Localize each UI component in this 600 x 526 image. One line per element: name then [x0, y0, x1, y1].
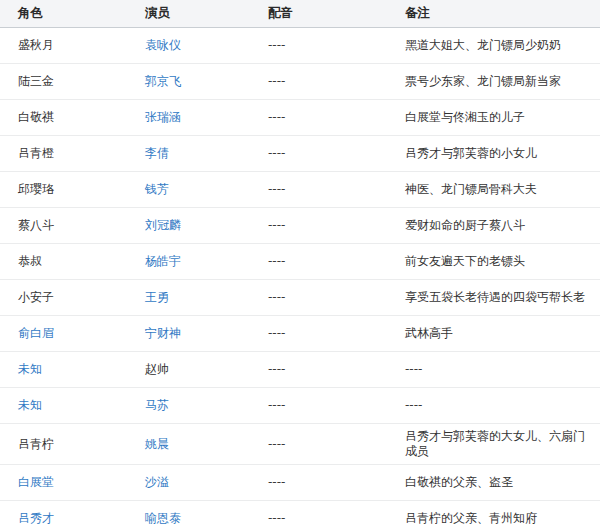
note-text: 前女友遍天下的老镖头 [405, 254, 525, 268]
voice-placeholder-cell: ---- [250, 172, 387, 208]
actor-link[interactable]: 李倩 [145, 146, 169, 160]
actor-link[interactable]: 宁财神 [145, 326, 181, 340]
cast-table: 角色 演员 配音 备注 盛秋月袁咏仪----黑道大姐大、龙门镖局少奶奶陆三金郭京… [0, 0, 600, 526]
actor-link[interactable]: 姚晨 [145, 437, 169, 451]
role-link-cell: 未知 [0, 352, 127, 388]
actor-link-cell: 喻恩泰 [127, 501, 250, 526]
actor-link-cell: 杨皓宇 [127, 244, 250, 280]
column-header-voice: 配音 [250, 0, 387, 28]
column-header-role: 角色 [0, 0, 127, 28]
note-text-cell: 白展堂与佟湘玉的儿子 [387, 100, 600, 136]
role-text-cell: 小安子 [0, 280, 127, 316]
voice-placeholder-cell: ---- [250, 316, 387, 352]
actor-link[interactable]: 杨皓宇 [145, 254, 181, 268]
actor-link[interactable]: 郭京飞 [145, 74, 181, 88]
voice-placeholder-cell: ---- [250, 388, 387, 424]
actor-link[interactable]: 刘冠麟 [145, 218, 181, 232]
note-placeholder-cell: ---- [387, 352, 600, 388]
note-text: 爱财如命的厨子蔡八斗 [405, 218, 525, 232]
voice-placeholder: ---- [268, 475, 285, 489]
voice-placeholder: ---- [268, 146, 285, 160]
role-link[interactable]: 吕秀才 [18, 511, 54, 525]
table-row: 吕秀才喻恩泰----吕青柠的父亲、青州知府 [0, 501, 600, 526]
actor-link[interactable]: 王勇 [145, 290, 169, 304]
table-row: 吕青橙李倩----吕秀才与郭芙蓉的小女儿 [0, 136, 600, 172]
actor-link[interactable]: 沙溢 [145, 475, 169, 489]
role-link-cell: 俞白眉 [0, 316, 127, 352]
voice-placeholder-cell: ---- [250, 100, 387, 136]
voice-placeholder: ---- [268, 511, 285, 525]
note-text-cell: 享受五袋长老待遇的四袋丐帮长老 [387, 280, 600, 316]
actor-link-cell: 姚晨 [127, 424, 250, 465]
table-row: 未知马苏-------- [0, 388, 600, 424]
role-text-cell: 吕青橙 [0, 136, 127, 172]
actor-link-cell: 袁咏仪 [127, 28, 250, 64]
actor-link[interactable]: 喻恩泰 [145, 511, 181, 525]
table-row: 盛秋月袁咏仪----黑道大姐大、龙门镖局少奶奶 [0, 28, 600, 64]
role-text: 白敬祺 [18, 110, 54, 124]
role-text-cell: 蔡八斗 [0, 208, 127, 244]
role-text: 吕青橙 [18, 146, 54, 160]
table-row: 邱璎珞钱芳----神医、龙门镖局骨科大夫 [0, 172, 600, 208]
role-text: 陆三金 [18, 74, 54, 88]
voice-placeholder-cell: ---- [250, 352, 387, 388]
note-text-cell: 吕秀才与郭芙蓉的小女儿 [387, 136, 600, 172]
table-row: 俞白眉宁财神----武林高手 [0, 316, 600, 352]
actor-link[interactable]: 张瑞涵 [145, 110, 181, 124]
note-placeholder-cell: ---- [387, 388, 600, 424]
role-text: 恭叔 [18, 254, 42, 268]
voice-placeholder-cell: ---- [250, 136, 387, 172]
table-row: 白展堂沙溢----白敬祺的父亲、盗圣 [0, 465, 600, 501]
role-link-cell: 未知 [0, 388, 127, 424]
note-text: 神医、龙门镖局骨科大夫 [405, 182, 537, 196]
voice-placeholder: ---- [268, 110, 285, 124]
actor-link[interactable]: 袁咏仪 [145, 38, 181, 52]
actor-link-cell: 张瑞涵 [127, 100, 250, 136]
role-link[interactable]: 未知 [18, 362, 42, 376]
actor-link-cell: 马苏 [127, 388, 250, 424]
voice-placeholder: ---- [268, 290, 285, 304]
actor-link[interactable]: 钱芳 [145, 182, 169, 196]
table-row: 白敬祺张瑞涵----白展堂与佟湘玉的儿子 [0, 100, 600, 136]
header-row: 角色 演员 配音 备注 [0, 0, 600, 28]
role-link[interactable]: 白展堂 [18, 475, 54, 489]
actor-link-cell: 王勇 [127, 280, 250, 316]
note-text-cell: 票号少东家、龙门镖局新当家 [387, 64, 600, 100]
actor-link-cell: 沙溢 [127, 465, 250, 501]
role-text-cell: 吕青柠 [0, 424, 127, 465]
voice-placeholder: ---- [268, 38, 285, 52]
role-text: 吕青柠 [18, 437, 54, 451]
table-row: 吕青柠姚晨----吕秀才与郭芙蓉的大女儿、六扇门成员 [0, 424, 600, 465]
voice-placeholder-cell: ---- [250, 208, 387, 244]
actor-text: 赵帅 [145, 362, 169, 376]
note-text: 武林高手 [405, 326, 453, 340]
voice-placeholder-cell: ---- [250, 244, 387, 280]
role-text-cell: 盛秋月 [0, 28, 127, 64]
column-header-note: 备注 [387, 0, 600, 28]
note-text-cell: 神医、龙门镖局骨科大夫 [387, 172, 600, 208]
actor-link[interactable]: 马苏 [145, 398, 169, 412]
note-text-cell: 前女友遍天下的老镖头 [387, 244, 600, 280]
actor-link-cell: 刘冠麟 [127, 208, 250, 244]
role-text: 邱璎珞 [18, 182, 54, 196]
role-link-cell: 吕秀才 [0, 501, 127, 526]
voice-placeholder: ---- [268, 182, 285, 196]
role-text-cell: 恭叔 [0, 244, 127, 280]
voice-placeholder: ---- [268, 362, 285, 376]
voice-placeholder-cell: ---- [250, 501, 387, 526]
voice-placeholder: ---- [268, 254, 285, 268]
role-text: 蔡八斗 [18, 218, 54, 232]
table-row: 蔡八斗刘冠麟----爱财如命的厨子蔡八斗 [0, 208, 600, 244]
note-text-cell: 武林高手 [387, 316, 600, 352]
voice-placeholder: ---- [268, 326, 285, 340]
note-text: 吕青柠的父亲、青州知府 [405, 511, 537, 525]
voice-placeholder: ---- [268, 74, 285, 88]
role-link[interactable]: 未知 [18, 398, 42, 412]
table-row: 陆三金郭京飞----票号少东家、龙门镖局新当家 [0, 64, 600, 100]
note-text-cell: 爱财如命的厨子蔡八斗 [387, 208, 600, 244]
actor-link-cell: 郭京飞 [127, 64, 250, 100]
role-text: 盛秋月 [18, 38, 54, 52]
voice-placeholder-cell: ---- [250, 280, 387, 316]
role-link[interactable]: 俞白眉 [18, 326, 54, 340]
voice-placeholder-cell: ---- [250, 424, 387, 465]
